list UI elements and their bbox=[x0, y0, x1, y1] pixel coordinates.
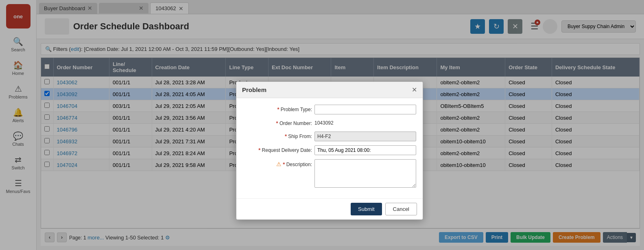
page-info: Page: 1 more... Viewing 1-50 Selected: 1… bbox=[69, 235, 170, 241]
row-ds-state: Closed bbox=[552, 112, 639, 124]
col-line-schedule: Line/Schedule bbox=[109, 58, 152, 77]
header-right: ☰ ★ Buyer Suppy Chain Admin bbox=[530, 19, 636, 34]
col-line-type: Line Type bbox=[226, 58, 269, 77]
sidebar-item-problems[interactable]: ⚠ Problems bbox=[0, 80, 36, 103]
user-role-select[interactable]: Buyer Suppy Chain Admin bbox=[561, 20, 636, 33]
tab-blank[interactable]: ✕ bbox=[99, 3, 148, 13]
order-link[interactable]: 1046704 bbox=[57, 103, 78, 109]
sidebar-item-chats[interactable]: 💬 Chats bbox=[0, 127, 36, 151]
sidebar-label-switch: Switch bbox=[11, 165, 24, 170]
tab-bar: Buyer Dashboard ✕ ✕ 1043062 ✕ bbox=[37, 0, 644, 14]
row-checkbox[interactable] bbox=[44, 162, 50, 167]
actions-main-button[interactable]: Actions bbox=[603, 232, 627, 243]
order-link[interactable]: 1046774 bbox=[57, 115, 78, 121]
row-order-number: 1046774 bbox=[53, 112, 109, 124]
row-checkbox[interactable] bbox=[44, 91, 50, 96]
sidebar-item-search[interactable]: 🔍 Search bbox=[0, 33, 36, 56]
sidebar-item-alerts[interactable]: 🔔 Alerts bbox=[0, 103, 36, 127]
row-order-number: 1046796 bbox=[53, 124, 109, 136]
col-order-number: Order Number bbox=[53, 58, 109, 77]
order-link[interactable]: 1046972 bbox=[57, 150, 78, 156]
order-link[interactable]: 1046796 bbox=[57, 127, 78, 133]
tab-close-buyer[interactable]: ✕ bbox=[87, 5, 92, 11]
order-link[interactable]: 1046932 bbox=[57, 138, 78, 145]
row-checkbox-cell bbox=[41, 112, 53, 124]
order-number-label: * Order Number: bbox=[243, 118, 312, 126]
row-checkbox-cell bbox=[41, 88, 53, 100]
row-checkbox[interactable] bbox=[44, 114, 50, 120]
modal-title: Problem bbox=[242, 86, 266, 93]
row-order-state: Closed bbox=[505, 159, 552, 171]
prev-page-button[interactable]: ‹ bbox=[45, 232, 55, 242]
modal-cancel-button[interactable]: Cancel bbox=[385, 203, 417, 215]
next-page-button[interactable]: › bbox=[57, 232, 67, 242]
description-textarea[interactable] bbox=[314, 159, 416, 188]
modal-submit-button[interactable]: Submit bbox=[351, 203, 382, 215]
problem-type-input[interactable] bbox=[314, 105, 416, 114]
row-ds-state: Closed bbox=[552, 147, 639, 159]
actions-dropdown-button[interactable]: ▼ bbox=[627, 233, 636, 242]
menu-icon: ☰ bbox=[15, 178, 22, 188]
row-order-state: Closed bbox=[505, 112, 552, 124]
close-button[interactable]: ✕ bbox=[508, 19, 522, 34]
row-order-number: 1043092 bbox=[53, 88, 109, 100]
select-all-checkbox[interactable] bbox=[44, 64, 50, 69]
row-checkbox[interactable] bbox=[44, 126, 50, 132]
order-link[interactable]: 1043092 bbox=[57, 91, 78, 97]
request-delivery-input[interactable] bbox=[314, 145, 416, 155]
company-logo bbox=[45, 18, 69, 35]
bulk-update-button[interactable]: Bulk Update bbox=[511, 232, 550, 243]
row-my-item: obitem10-obitem10 bbox=[437, 136, 505, 147]
modal-close-button[interactable]: ✕ bbox=[412, 86, 417, 94]
row-checkbox[interactable] bbox=[44, 138, 50, 143]
row-creation-date: Jul 28, 2021 3:28 AM bbox=[152, 77, 226, 88]
row-order-number: 1046972 bbox=[53, 147, 109, 159]
sidebar-label-alerts: Alerts bbox=[12, 118, 24, 123]
order-number-value: 1043092 bbox=[314, 118, 416, 127]
sidebar-item-menus[interactable]: ☰ Menus/Favs bbox=[0, 174, 36, 198]
ship-from-input[interactable] bbox=[314, 132, 416, 141]
row-order-number: 1046704 bbox=[53, 100, 109, 112]
page-number: 1 bbox=[83, 235, 86, 241]
row-checkbox[interactable] bbox=[44, 150, 50, 155]
home-icon: 🏠 bbox=[13, 60, 23, 70]
sidebar-item-home[interactable]: 🏠 Home bbox=[0, 56, 36, 80]
row-order-state: Closed bbox=[505, 147, 552, 159]
tab-buyer-dashboard[interactable]: Buyer Dashboard ✕ bbox=[39, 3, 97, 14]
favorite-button[interactable]: ★ bbox=[470, 19, 485, 34]
row-checkbox[interactable] bbox=[44, 103, 50, 108]
row-creation-date: Jul 29, 2021 7:31 AM bbox=[152, 136, 226, 147]
tab-close-blank[interactable]: ✕ bbox=[139, 5, 144, 11]
sidebar-item-switch[interactable]: ⇄ Switch bbox=[0, 151, 36, 174]
row-checkbox-cell bbox=[41, 159, 53, 171]
col-my-item: My Item bbox=[437, 58, 505, 77]
order-link[interactable]: 1047024 bbox=[57, 162, 78, 168]
tab-label-buyer: Buyer Dashboard bbox=[44, 5, 85, 11]
filter-edit-link[interactable]: edit bbox=[71, 46, 79, 52]
bell-icon: 🔔 bbox=[13, 107, 23, 117]
row-order-state: Closed bbox=[505, 124, 552, 136]
page-more[interactable]: more... bbox=[87, 235, 104, 241]
refresh-button[interactable]: ↻ bbox=[489, 19, 504, 34]
settings-icon[interactable]: ⚙ bbox=[165, 235, 170, 241]
export-csv-button[interactable]: Export to CSV bbox=[439, 232, 483, 243]
ship-from-label: * Ship From: bbox=[243, 132, 312, 139]
row-creation-date: Jul 28, 2021 4:05 AM bbox=[152, 88, 226, 100]
tab-1043062[interactable]: 1043062 ✕ bbox=[150, 2, 189, 14]
create-problem-button[interactable]: Create Problem bbox=[553, 232, 600, 243]
row-line-schedule: 001/1/1 bbox=[109, 159, 152, 171]
row-order-state: Closed bbox=[505, 88, 552, 100]
row-checkbox-cell bbox=[41, 124, 53, 136]
row-checkbox[interactable] bbox=[44, 79, 50, 84]
form-row-problem-type: * Problem Type: bbox=[243, 105, 416, 114]
col-item-description: Item Description bbox=[374, 58, 437, 77]
order-link[interactable]: 1043062 bbox=[57, 79, 78, 86]
row-order-state: Closed bbox=[505, 77, 552, 88]
row-my-item: obltem2-obltem2 bbox=[437, 112, 505, 124]
row-creation-date: Jul 29, 2021 2:05 AM bbox=[152, 100, 226, 112]
tab-close-order[interactable]: ✕ bbox=[179, 6, 183, 11]
row-order-number: 1043062 bbox=[53, 77, 109, 88]
tab-label-order: 1043062 bbox=[155, 5, 176, 11]
print-button[interactable]: Print bbox=[486, 232, 508, 243]
chat-icon: 💬 bbox=[13, 131, 23, 141]
